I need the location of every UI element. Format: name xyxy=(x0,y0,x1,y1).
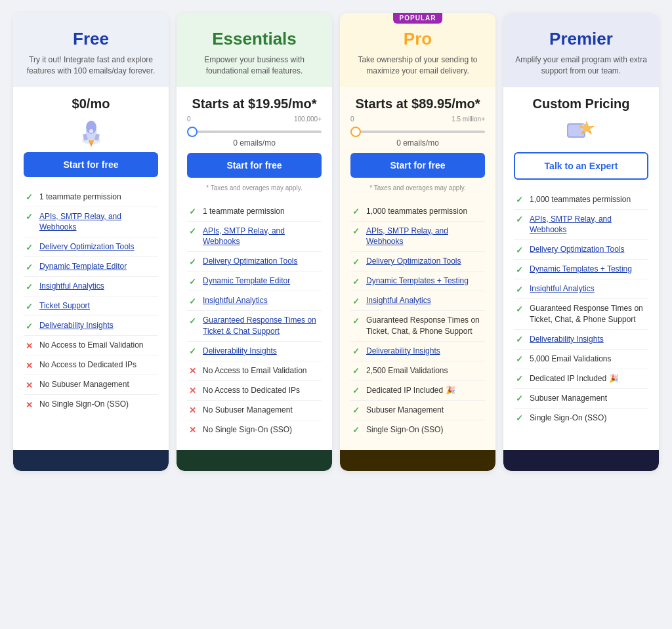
feature-text: 2,500 Email Validations xyxy=(366,365,448,376)
check-icon: ✓ xyxy=(24,192,34,203)
plan-price: Starts at $89.95/mo* xyxy=(350,96,485,112)
cross-icon: ✕ xyxy=(24,340,34,351)
plan-price: Custom Pricing xyxy=(514,96,648,112)
feature-text: APIs, SMTP Relay, and Webhooks xyxy=(39,211,158,233)
cross-icon: ✕ xyxy=(24,360,34,371)
email-volume-slider[interactable] xyxy=(350,131,485,133)
cta-button[interactable]: Start for free xyxy=(350,153,485,178)
features-list: ✓ 1,000 teammates permission ✓ APIs, SMT… xyxy=(340,197,495,450)
feature-item: ✓ Delivery Optimization Tools xyxy=(350,252,485,272)
feature-text: No Single Sign-On (SSO) xyxy=(39,399,129,410)
feature-item: ✓ Deliverability Insights xyxy=(350,342,485,361)
check-icon: ✓ xyxy=(350,296,361,306)
plan-desc: Try it out! Integrate fast and explore f… xyxy=(24,54,158,77)
feature-item: ✓ Delivery Optimization Tools xyxy=(24,237,158,257)
pricing-grid: Free Try it out! Integrate fast and expl… xyxy=(13,13,659,471)
check-icon: ✓ xyxy=(350,226,361,237)
feature-item: ✓ Insightful Analytics xyxy=(24,277,158,296)
slider-labels: 0 1.5 million+ xyxy=(350,115,485,123)
feature-item: ✓ 1,000 teammates permission xyxy=(350,202,485,222)
plan-cta: Talk to an Expert xyxy=(503,152,659,185)
feature-text: No Single Sign-On (SSO) xyxy=(203,424,292,436)
plan-name: Premier xyxy=(514,29,648,49)
tax-note: * Taxes and overages may apply. xyxy=(340,183,495,197)
feature-text: Deliverability Insights xyxy=(203,346,277,357)
plan-icon xyxy=(562,115,601,148)
slider-max: 1.5 million+ xyxy=(452,115,485,123)
check-icon: ✓ xyxy=(187,276,198,287)
feature-item: ✕ No Single Sign-On (SSO) xyxy=(24,395,158,414)
feature-item: ✓ APIs, SMTP Relay, and Webhooks xyxy=(187,222,322,253)
email-volume-slider[interactable] xyxy=(187,131,322,133)
feature-text: Subuser Management xyxy=(530,393,607,404)
feature-text: Insightful Analytics xyxy=(203,295,268,306)
cta-button[interactable]: Start for free xyxy=(24,152,158,177)
feature-item: ✓ Deliverability Insights xyxy=(187,342,322,361)
feature-text: Insightful Analytics xyxy=(39,281,104,292)
check-icon: ✓ xyxy=(187,207,198,217)
feature-text: Deliverability Insights xyxy=(39,320,114,331)
feature-item: ✓ 1 teammate permission xyxy=(24,188,158,207)
check-icon: ✓ xyxy=(350,386,361,396)
plan-footer xyxy=(177,450,332,471)
feature-text: 1 teammate permission xyxy=(39,192,121,203)
cta-button[interactable]: Talk to an Expert xyxy=(514,152,648,180)
feature-item: ✓ APIs, SMTP Relay, and Webhooks xyxy=(24,207,158,238)
plan-desc: Amplify your email program with extra su… xyxy=(514,54,648,77)
feature-text: APIs, SMTP Relay, and Webhooks xyxy=(203,226,322,248)
check-icon: ✓ xyxy=(187,226,198,237)
cross-icon: ✕ xyxy=(187,366,198,376)
feature-item: ✓ 1 teammate permission xyxy=(187,202,322,222)
feature-text: No Access to Dedicated IPs xyxy=(39,359,136,371)
feature-item: ✕ No Subuser Management xyxy=(187,401,322,420)
check-icon: ✓ xyxy=(187,296,198,306)
feature-item: ✓ Dynamic Templates + Testing xyxy=(514,260,648,279)
feature-text: No Subuser Management xyxy=(203,405,293,416)
plan-cta: Start for free xyxy=(340,153,495,183)
feature-text: Single Sign-On (SSO) xyxy=(366,424,443,436)
feature-item: ✓ APIs, SMTP Relay, and Webhooks xyxy=(514,210,648,241)
feature-item: ✓ Guaranteed Response Times on Ticket, C… xyxy=(350,311,485,342)
cross-icon: ✕ xyxy=(24,399,34,410)
plan-price: $0/mo xyxy=(24,96,158,112)
plan-cta: Start for free xyxy=(13,152,169,182)
feature-text: 5,000 Email Validations xyxy=(530,354,612,365)
plan-pricing: Starts at $89.95/mo* 0 1.5 million+ 0 em… xyxy=(340,87,495,153)
feature-text: Deliverability Insights xyxy=(530,334,604,345)
check-icon: ✓ xyxy=(350,366,361,376)
cross-icon: ✕ xyxy=(187,405,198,416)
feature-text: Dynamic Template Editor xyxy=(39,261,127,272)
feature-item: ✓ APIs, SMTP Relay, and Webhooks xyxy=(350,222,485,253)
popular-badge: POPULAR xyxy=(393,13,443,24)
feature-item: ✓ Ticket Support xyxy=(24,296,158,316)
check-icon: ✓ xyxy=(24,281,34,292)
email-slider-container: 0 1.5 million+ xyxy=(350,115,485,136)
feature-item: ✓ Insightful Analytics xyxy=(187,291,322,311)
feature-text: Single Sign-On (SSO) xyxy=(530,413,606,424)
feature-item: ✓ Single Sign-On (SSO) xyxy=(350,420,485,439)
plan-cta: Start for free xyxy=(177,153,332,183)
feature-item: ✓ Dedicated IP Included 🎉 xyxy=(350,381,485,401)
plan-footer xyxy=(503,450,659,471)
features-list: ✓ 1 teammate permission ✓ APIs, SMTP Rel… xyxy=(177,197,332,450)
check-icon: ✓ xyxy=(350,315,361,326)
plan-pricing: $0/mo xyxy=(13,87,169,152)
feature-text: Dynamic Templates + Testing xyxy=(366,275,469,287)
plan-price: Starts at $19.95/mo* xyxy=(187,96,322,112)
feature-text: Dedicated IP Included 🎉 xyxy=(366,385,455,396)
check-icon: ✓ xyxy=(24,212,34,222)
check-icon: ✓ xyxy=(514,214,524,225)
cross-icon: ✕ xyxy=(187,386,198,396)
feature-text: Insightful Analytics xyxy=(530,283,595,294)
plan-name: Essentials xyxy=(187,29,322,49)
feature-item: ✕ No Access to Email Validation xyxy=(187,361,322,381)
feature-item: ✕ No Access to Dedicated IPs xyxy=(24,355,158,375)
feature-item: ✕ No Single Sign-On (SSO) xyxy=(187,420,322,439)
plan-name: Free xyxy=(24,29,158,49)
plan-header: Premier Amplify your email program with … xyxy=(503,13,659,87)
cta-button[interactable]: Start for free xyxy=(187,153,322,178)
check-icon: ✓ xyxy=(350,276,361,287)
svg-point-5 xyxy=(89,129,93,133)
check-icon: ✓ xyxy=(187,256,198,267)
plan-header: Essentials Empower your business with fo… xyxy=(177,13,332,87)
